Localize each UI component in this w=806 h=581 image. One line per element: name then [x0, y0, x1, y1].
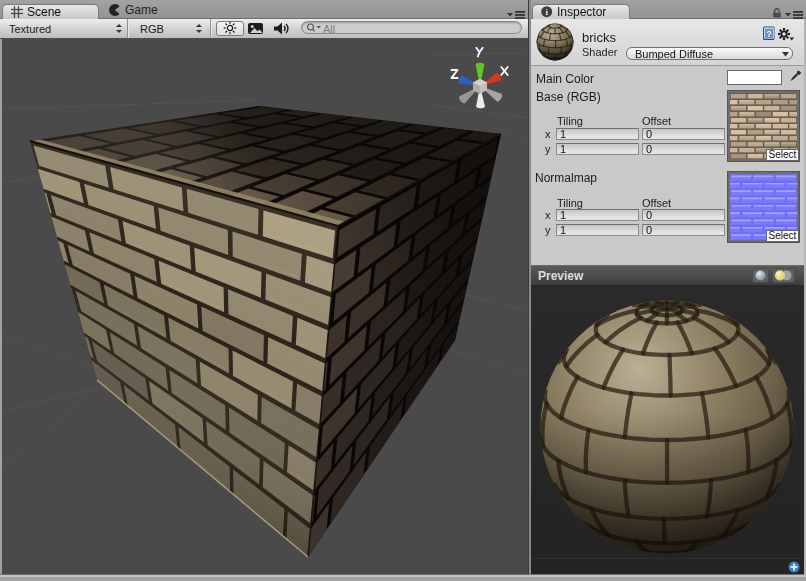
svg-text:?: ?	[766, 29, 771, 39]
